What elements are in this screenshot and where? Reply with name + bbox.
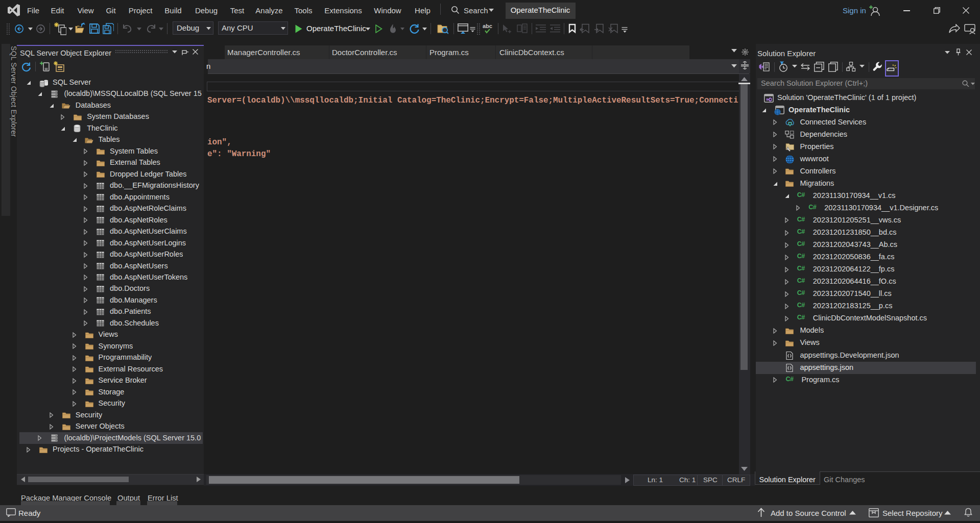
svg-text:abc: abc [483, 23, 492, 29]
